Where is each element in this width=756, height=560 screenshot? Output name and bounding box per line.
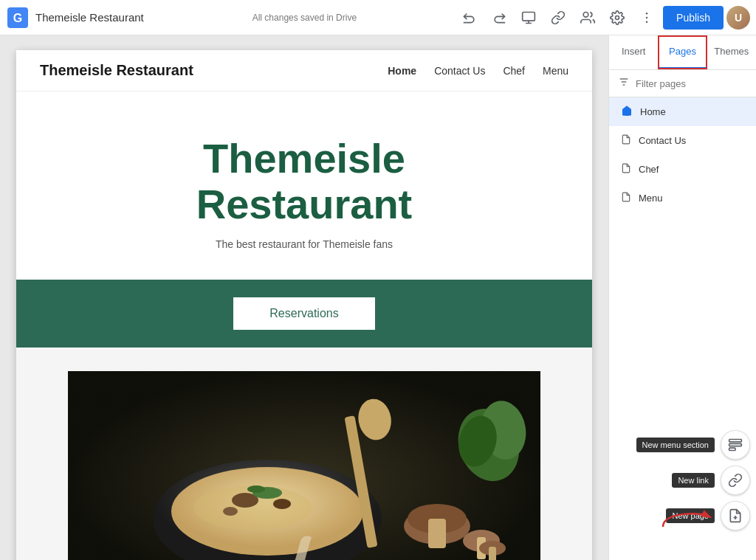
new-link-tooltip: New link: [672, 473, 715, 488]
tab-themes[interactable]: Themes: [707, 35, 756, 69]
avatar[interactable]: U: [726, 6, 750, 30]
svg-rect-34: [729, 440, 742, 442]
food-image: [68, 371, 540, 560]
nav-link-chef[interactable]: Chef: [503, 65, 525, 77]
site-logo: Themeisle Restaurant: [40, 62, 193, 79]
svg-rect-2: [523, 12, 535, 21]
svg-point-7: [646, 21, 648, 23]
svg-rect-23: [428, 519, 446, 548]
publish-button[interactable]: Publish: [663, 6, 724, 30]
svg-point-5: [646, 12, 648, 14]
nav-link-contact[interactable]: Contact Us: [434, 65, 485, 77]
hero-title: Themeisle Restaurant: [196, 136, 413, 227]
page-icon-contact: [621, 134, 631, 148]
svg-text:G: G: [13, 12, 22, 24]
svg-point-4: [616, 15, 619, 19]
panel-tabs: Insert Pages Themes: [609, 35, 756, 70]
svg-point-16: [223, 507, 238, 516]
svg-rect-35: [729, 443, 742, 446]
tab-pages[interactable]: Pages: [658, 35, 707, 69]
right-panel: Insert Pages Themes: [608, 35, 756, 560]
reservations-banner: Reservations: [16, 280, 592, 348]
preview-area[interactable]: Themeisle Restaurant Home Contact Us Che…: [0, 35, 608, 560]
hero-section: Themeisle Restaurant The best restaurant…: [16, 91, 592, 280]
page-item-chef[interactable]: Chef: [609, 155, 756, 184]
svg-point-15: [273, 499, 291, 509]
svg-rect-36: [729, 448, 735, 450]
nav-link-home[interactable]: Home: [388, 65, 416, 77]
new-menu-section-row: New menu section: [636, 430, 751, 460]
main-layout: Themeisle Restaurant Home Contact Us Che…: [0, 35, 756, 560]
svg-point-3: [583, 12, 588, 17]
hero-subtitle: The best restaurant for Themeisle fans: [216, 238, 393, 250]
svg-rect-27: [489, 547, 496, 560]
undo-button[interactable]: [456, 4, 483, 31]
new-link-button[interactable]: [721, 466, 750, 495]
new-menu-section-button[interactable]: [721, 430, 750, 460]
filter-icon: [618, 76, 630, 91]
preview-button[interactable]: [515, 4, 542, 31]
bottom-actions: New menu section New link: [636, 430, 751, 530]
svg-point-18: [247, 485, 265, 493]
save-status: All changes saved in Drive: [159, 13, 450, 23]
arrow-indicator: [656, 501, 715, 530]
page-item-menu[interactable]: Menu: [609, 184, 756, 212]
app-title: Themeisle Restaurant: [35, 11, 144, 24]
more-button[interactable]: [633, 4, 660, 31]
new-link-row: New link: [672, 466, 750, 495]
website-frame: Themeisle Restaurant Home Contact Us Che…: [16, 50, 592, 560]
settings-button[interactable]: [604, 4, 630, 31]
app-logo[interactable]: G: [6, 6, 30, 30]
page-icon-menu: [621, 191, 631, 205]
page-item-contact[interactable]: Contact Us: [609, 126, 756, 155]
new-menu-section-tooltip: New menu section: [636, 438, 715, 452]
reservations-button[interactable]: Reservations: [233, 297, 374, 330]
svg-point-6: [646, 16, 648, 18]
tab-insert[interactable]: Insert: [609, 35, 658, 69]
home-icon: [621, 105, 633, 119]
new-page-button[interactable]: [721, 501, 750, 530]
page-item-home[interactable]: Home: [609, 97, 756, 126]
nav-link-menu[interactable]: Menu: [543, 65, 568, 77]
toolbar: G Themeisle Restaurant All changes saved…: [0, 0, 756, 35]
link-button[interactable]: [545, 4, 571, 31]
site-navigation: Themeisle Restaurant Home Contact Us Che…: [16, 50, 592, 91]
filter-pages-input[interactable]: [636, 78, 756, 89]
page-icon-chef: [621, 162, 631, 176]
new-page-row: New page: [666, 501, 750, 530]
redo-button[interactable]: [486, 4, 512, 31]
toolbar-actions: Publish U: [456, 4, 750, 31]
share-button[interactable]: [574, 4, 601, 31]
site-nav-links: Home Contact Us Chef Menu: [388, 65, 568, 77]
food-section: [16, 348, 592, 560]
filter-bar: [609, 70, 756, 97]
